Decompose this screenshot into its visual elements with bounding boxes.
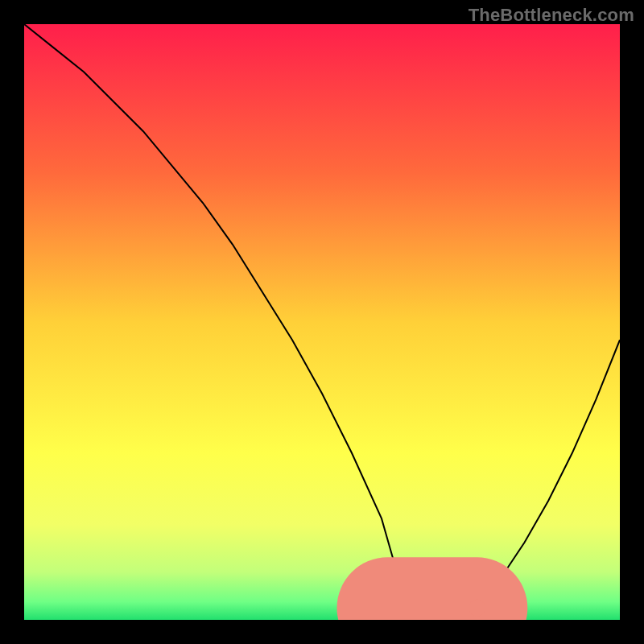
optimal-range-end-dot [469,600,485,617]
watermark-text: TheBottleneck.com [469,5,634,26]
bottleneck-curve [24,24,620,620]
chart-frame: TheBottleneck.com [0,0,644,644]
plot-area [24,24,620,620]
curve-layer [24,24,620,620]
